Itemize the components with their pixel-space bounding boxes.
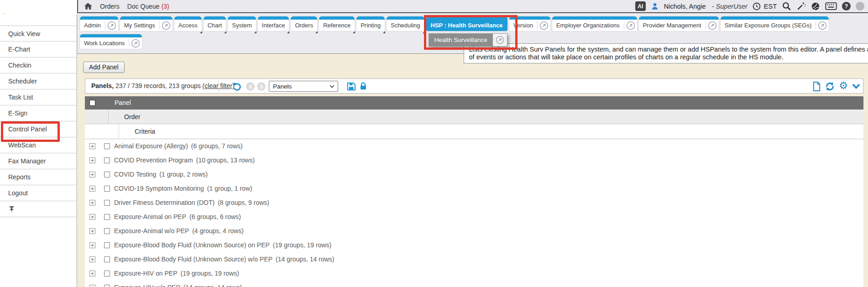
settings-gear-icon[interactable]: ⚙ xyxy=(839,80,848,92)
panel-meta: (10 groups, 13 rows) xyxy=(196,157,255,164)
tab-interface[interactable]: Interface xyxy=(258,16,289,31)
nav-doc-queue[interactable]: Doc Queue(3) xyxy=(127,3,169,10)
table-row[interactable]: + Exposure-Animal on PEP(6 groups, 6 row… xyxy=(85,210,863,224)
prev-page-icon[interactable] xyxy=(246,82,255,91)
table-row[interactable]: + Animal Exposure (Allergy)(6 groups, 7 … xyxy=(85,139,863,153)
row-checkbox[interactable] xyxy=(104,186,110,192)
popout-icon[interactable] xyxy=(706,21,719,30)
sidebar-item-e-sign[interactable]: E-Sign xyxy=(0,105,77,121)
select-all-checkbox[interactable] xyxy=(89,100,95,106)
table-row[interactable]: + Exposure-HIV on PEP(19 groups, 19 rows… xyxy=(85,266,863,281)
expand-icon[interactable]: + xyxy=(89,143,95,149)
expand-icon[interactable]: + xyxy=(89,256,95,262)
tab-provider-management[interactable]: Provider Management xyxy=(639,16,719,31)
tab-admin[interactable]: Admin xyxy=(80,16,118,31)
table-row[interactable]: + Exposure-Blood Body Fluid (Unknown Sou… xyxy=(85,252,863,266)
globe-icon[interactable] xyxy=(811,2,820,11)
panel-name: Exposure-Animal w/o PEP xyxy=(114,227,189,235)
row-checkbox[interactable] xyxy=(104,228,110,234)
expand-icon[interactable]: + xyxy=(89,157,95,163)
sidebar-item-logout[interactable]: Logout xyxy=(0,185,77,201)
expand-icon[interactable]: + xyxy=(89,214,95,220)
popout-icon[interactable] xyxy=(538,21,550,30)
tab-work-locations[interactable]: Work Locations xyxy=(80,34,142,49)
row-checkbox[interactable] xyxy=(104,200,110,206)
sidebar-item-scheduler[interactable]: Scheduler xyxy=(0,73,77,89)
tab-orders[interactable]: Orders xyxy=(291,16,317,31)
help-icon[interactable]: ? xyxy=(842,2,851,10)
tooltip-line-1: Lists existing Health Surv Panels for th… xyxy=(469,46,868,53)
panels-toolbar: Panels, 237 / 739 records, 213 groups (c… xyxy=(85,78,863,94)
table-row[interactable]: + Driver Fitness Determination (DOT)(8 g… xyxy=(85,196,863,210)
tab-printing[interactable]: Printing xyxy=(356,16,385,31)
sidebar-item-control-panel[interactable]: Control Panel xyxy=(0,121,77,137)
expand-icon[interactable]: + xyxy=(89,228,95,234)
row-checkbox[interactable] xyxy=(104,214,110,220)
sidebar-item-e-chart[interactable]: E-Chart xyxy=(0,42,77,57)
tab-my-settings[interactable]: My Settings xyxy=(120,16,173,31)
row-checkbox[interactable] xyxy=(104,271,110,277)
popout-icon[interactable] xyxy=(129,39,142,48)
popout-icon[interactable] xyxy=(493,34,507,46)
table-row[interactable]: + COVID Prevention Program(10 groups, 13… xyxy=(85,153,863,167)
expand-icon[interactable]: + xyxy=(89,200,95,206)
keyboard-icon[interactable] xyxy=(825,2,837,10)
popout-icon[interactable] xyxy=(105,21,118,30)
ai-badge[interactable]: AI xyxy=(635,1,646,11)
popout-icon[interactable] xyxy=(624,21,637,30)
tab-access[interactable]: Access xyxy=(174,16,202,31)
wand-icon[interactable] xyxy=(796,1,806,11)
table-row[interactable]: + COVID Testing(1 group, 2 rows) xyxy=(85,167,863,182)
sidebar-pin-toggle[interactable] xyxy=(0,201,77,217)
row-checkbox[interactable] xyxy=(104,256,110,262)
tab-reference[interactable]: Reference xyxy=(319,16,355,31)
expand-icon[interactable]: + xyxy=(89,172,95,177)
nav-orders[interactable]: Orders xyxy=(100,3,120,10)
records-summary-title: Panels, xyxy=(91,82,114,89)
add-panel-button[interactable]: Add Panel xyxy=(83,62,125,73)
sidebar-item-fax-manager[interactable]: Fax Manager xyxy=(0,153,77,169)
panel-meta: (1 group, 2 rows) xyxy=(159,171,208,178)
row-checkbox[interactable] xyxy=(104,143,110,149)
new-document-icon[interactable] xyxy=(812,81,821,92)
sidebar-item-webscan[interactable]: WebScan xyxy=(0,137,77,153)
next-page-icon[interactable] xyxy=(257,82,266,91)
sidebar-item-quick-view[interactable]: Quick View xyxy=(0,26,77,42)
row-checkbox[interactable] xyxy=(104,157,110,163)
lock-icon[interactable] xyxy=(359,81,368,91)
sidebar-item-reports[interactable]: Reports xyxy=(0,169,77,185)
tab-similar-exposure-groups[interactable]: Similar Exposure Groups (SEGs) xyxy=(721,16,829,31)
sidebar-item-checkin[interactable]: Checkin xyxy=(0,57,77,73)
row-checkbox[interactable] xyxy=(104,285,110,287)
tab-chart[interactable]: Chart xyxy=(204,16,226,31)
collapse-chevron-icon[interactable] xyxy=(852,83,860,89)
save-icon[interactable] xyxy=(346,82,356,91)
view-select[interactable]: Panels xyxy=(269,81,338,92)
chevron-down-icon xyxy=(329,85,335,88)
search-icon[interactable] xyxy=(782,1,791,11)
popout-icon[interactable] xyxy=(160,21,173,30)
table-row[interactable]: + Exposure-HIV w/o PEP(14 groups, 14 row… xyxy=(85,281,863,287)
panel-meta: (14 groups, 14 rows) xyxy=(183,284,242,287)
row-checkbox[interactable] xyxy=(104,172,110,177)
tab-hsp-health-surveillance[interactable]: HSP : Health Surveillance xyxy=(426,16,507,31)
row-checkbox[interactable] xyxy=(104,242,110,248)
expand-icon[interactable]: + xyxy=(89,242,95,248)
home-icon[interactable] xyxy=(84,2,92,10)
tab-scheduling[interactable]: Scheduling xyxy=(387,16,424,31)
refresh-icon[interactable] xyxy=(825,81,835,92)
table-row[interactable]: + Exposure-Animal w/o PEP(4 groups, 4 ro… xyxy=(85,224,863,238)
undo-icon[interactable] xyxy=(232,82,242,91)
clock-icon[interactable] xyxy=(753,2,761,10)
table-row[interactable]: + COVID-19 Symptom Monitoring(1 group, 1… xyxy=(85,182,863,196)
expand-icon[interactable]: + xyxy=(89,186,95,192)
expand-icon[interactable]: + xyxy=(89,285,95,287)
popout-icon[interactable] xyxy=(816,21,829,30)
tab-system[interactable]: System xyxy=(228,16,256,31)
expand-icon[interactable]: + xyxy=(89,271,95,277)
tab-employer-organizations[interactable]: Employer Organizations xyxy=(552,16,637,31)
menu-item-health-surveillance[interactable]: Health Surveillance xyxy=(429,33,507,47)
tab-version[interactable]: Version xyxy=(509,16,550,31)
sidebar-item-task-list[interactable]: Task List xyxy=(0,89,77,105)
table-row[interactable]: + Exposure-Blood Body Fluid (Unknown Sou… xyxy=(85,238,863,252)
